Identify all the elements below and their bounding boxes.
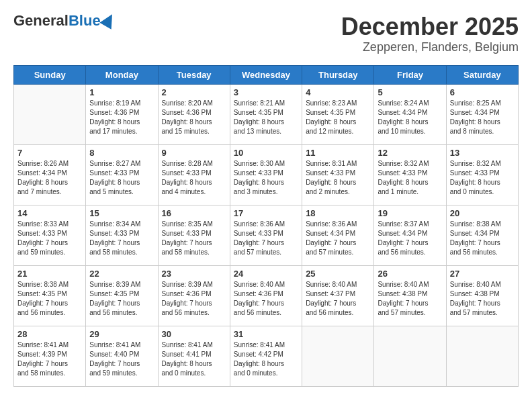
calendar-cell: 20Sunrise: 8:38 AMSunset: 4:34 PMDayligh… <box>446 205 518 265</box>
day-number: 22 <box>89 269 154 279</box>
day-number: 28 <box>17 329 82 339</box>
day-number: 4 <box>306 87 370 97</box>
day-info: Sunrise: 8:33 AMSunset: 4:33 PMDaylight:… <box>17 220 82 257</box>
calendar-week-row: 21Sunrise: 8:38 AMSunset: 4:35 PMDayligh… <box>14 265 519 326</box>
day-number: 5 <box>378 87 442 97</box>
weekday-header-row: SundayMondayTuesdayWednesdayThursdayFrid… <box>14 65 519 84</box>
page-header: GeneralBlue December 2025 Zepperen, Flan… <box>13 13 519 54</box>
weekday-header-thursday: Thursday <box>302 65 374 84</box>
day-number: 30 <box>162 329 226 339</box>
calendar-week-row: 1Sunrise: 8:19 AMSunset: 4:36 PMDaylight… <box>14 84 519 144</box>
day-info: Sunrise: 8:41 AMSunset: 4:42 PMDaylight:… <box>234 340 298 378</box>
day-number: 1 <box>89 87 154 97</box>
calendar-cell: 31Sunrise: 8:41 AMSunset: 4:42 PMDayligh… <box>230 326 302 386</box>
calendar-cell: 5Sunrise: 8:24 AMSunset: 4:34 PMDaylight… <box>374 84 446 144</box>
day-info: Sunrise: 8:28 AMSunset: 4:33 PMDaylight:… <box>162 159 226 197</box>
day-number: 20 <box>450 208 515 218</box>
day-info: Sunrise: 8:38 AMSunset: 4:35 PMDaylight:… <box>17 280 82 318</box>
day-info: Sunrise: 8:31 AMSunset: 4:33 PMDaylight:… <box>306 159 370 197</box>
day-number: 26 <box>378 269 442 279</box>
day-number: 27 <box>450 269 515 279</box>
day-info: Sunrise: 8:32 AMSunset: 4:33 PMDaylight:… <box>378 159 442 197</box>
calendar-cell: 28Sunrise: 8:41 AMSunset: 4:39 PMDayligh… <box>14 326 86 386</box>
calendar-cell: 4Sunrise: 8:23 AMSunset: 4:35 PMDaylight… <box>302 84 374 144</box>
day-info: Sunrise: 8:36 AMSunset: 4:34 PMDaylight:… <box>306 220 370 257</box>
day-info: Sunrise: 8:35 AMSunset: 4:33 PMDaylight:… <box>162 220 226 257</box>
day-info: Sunrise: 8:41 AMSunset: 4:40 PMDaylight:… <box>89 340 154 378</box>
day-info: Sunrise: 8:19 AMSunset: 4:36 PMDaylight:… <box>89 99 154 136</box>
calendar-cell: 7Sunrise: 8:26 AMSunset: 4:34 PMDaylight… <box>14 144 86 205</box>
day-info: Sunrise: 8:39 AMSunset: 4:35 PMDaylight:… <box>89 280 154 318</box>
calendar-cell: 18Sunrise: 8:36 AMSunset: 4:34 PMDayligh… <box>302 205 374 265</box>
weekday-header-saturday: Saturday <box>446 65 518 84</box>
day-number: 10 <box>234 148 298 158</box>
calendar-week-row: 14Sunrise: 8:33 AMSunset: 4:33 PMDayligh… <box>14 205 519 265</box>
logo-text: GeneralBlue <box>13 13 101 28</box>
day-info: Sunrise: 8:26 AMSunset: 4:34 PMDaylight:… <box>17 159 82 197</box>
day-number: 15 <box>89 208 154 218</box>
calendar-week-row: 7Sunrise: 8:26 AMSunset: 4:34 PMDaylight… <box>14 144 519 205</box>
title-block: December 2025 Zepperen, Flanders, Belgiu… <box>341 13 519 54</box>
calendar-subtitle: Zepperen, Flanders, Belgium <box>341 40 519 54</box>
logo: GeneralBlue <box>13 13 116 28</box>
calendar-cell <box>14 84 86 144</box>
weekday-header-sunday: Sunday <box>14 65 86 84</box>
day-number: 19 <box>378 208 442 218</box>
logo-arrow-icon <box>99 11 118 29</box>
weekday-header-friday: Friday <box>374 65 446 84</box>
calendar-cell <box>446 326 518 386</box>
day-number: 8 <box>89 148 154 158</box>
day-number: 12 <box>378 148 442 158</box>
calendar-cell: 24Sunrise: 8:40 AMSunset: 4:36 PMDayligh… <box>230 265 302 326</box>
calendar-cell: 16Sunrise: 8:35 AMSunset: 4:33 PMDayligh… <box>158 205 230 265</box>
day-number: 29 <box>89 329 154 339</box>
calendar-cell: 13Sunrise: 8:32 AMSunset: 4:33 PMDayligh… <box>446 144 518 205</box>
calendar-cell: 8Sunrise: 8:27 AMSunset: 4:33 PMDaylight… <box>86 144 158 205</box>
calendar-cell: 19Sunrise: 8:37 AMSunset: 4:34 PMDayligh… <box>374 205 446 265</box>
day-info: Sunrise: 8:36 AMSunset: 4:33 PMDaylight:… <box>234 220 298 257</box>
day-number: 24 <box>234 269 298 279</box>
weekday-header-wednesday: Wednesday <box>230 65 302 84</box>
day-number: 31 <box>234 329 298 339</box>
day-number: 13 <box>450 148 515 158</box>
calendar-cell: 3Sunrise: 8:21 AMSunset: 4:35 PMDaylight… <box>230 84 302 144</box>
calendar-cell <box>302 326 374 386</box>
day-info: Sunrise: 8:23 AMSunset: 4:35 PMDaylight:… <box>306 99 370 136</box>
day-number: 3 <box>234 87 298 97</box>
calendar-cell: 10Sunrise: 8:30 AMSunset: 4:33 PMDayligh… <box>230 144 302 205</box>
day-info: Sunrise: 8:41 AMSunset: 4:41 PMDaylight:… <box>162 340 226 378</box>
calendar-cell: 15Sunrise: 8:34 AMSunset: 4:33 PMDayligh… <box>86 205 158 265</box>
day-number: 25 <box>306 269 370 279</box>
day-info: Sunrise: 8:34 AMSunset: 4:33 PMDaylight:… <box>89 220 154 257</box>
day-info: Sunrise: 8:32 AMSunset: 4:33 PMDaylight:… <box>450 159 515 197</box>
calendar-cell: 12Sunrise: 8:32 AMSunset: 4:33 PMDayligh… <box>374 144 446 205</box>
calendar-cell: 27Sunrise: 8:40 AMSunset: 4:38 PMDayligh… <box>446 265 518 326</box>
calendar-cell <box>374 326 446 386</box>
calendar-cell: 14Sunrise: 8:33 AMSunset: 4:33 PMDayligh… <box>14 205 86 265</box>
calendar-cell: 11Sunrise: 8:31 AMSunset: 4:33 PMDayligh… <box>302 144 374 205</box>
day-number: 2 <box>162 87 226 97</box>
day-number: 23 <box>162 269 226 279</box>
calendar-cell: 22Sunrise: 8:39 AMSunset: 4:35 PMDayligh… <box>86 265 158 326</box>
calendar-cell: 2Sunrise: 8:20 AMSunset: 4:36 PMDaylight… <box>158 84 230 144</box>
day-info: Sunrise: 8:30 AMSunset: 4:33 PMDaylight:… <box>234 159 298 197</box>
day-info: Sunrise: 8:20 AMSunset: 4:36 PMDaylight:… <box>162 99 226 136</box>
day-info: Sunrise: 8:40 AMSunset: 4:37 PMDaylight:… <box>306 280 370 318</box>
calendar-cell: 26Sunrise: 8:40 AMSunset: 4:38 PMDayligh… <box>374 265 446 326</box>
day-info: Sunrise: 8:40 AMSunset: 4:36 PMDaylight:… <box>234 280 298 318</box>
calendar-cell: 23Sunrise: 8:39 AMSunset: 4:36 PMDayligh… <box>158 265 230 326</box>
day-info: Sunrise: 8:21 AMSunset: 4:35 PMDaylight:… <box>234 99 298 136</box>
day-number: 18 <box>306 208 370 218</box>
day-info: Sunrise: 8:24 AMSunset: 4:34 PMDaylight:… <box>378 99 442 136</box>
calendar-cell: 25Sunrise: 8:40 AMSunset: 4:37 PMDayligh… <box>302 265 374 326</box>
day-info: Sunrise: 8:40 AMSunset: 4:38 PMDaylight:… <box>450 280 515 318</box>
day-info: Sunrise: 8:27 AMSunset: 4:33 PMDaylight:… <box>89 159 154 197</box>
day-info: Sunrise: 8:25 AMSunset: 4:34 PMDaylight:… <box>450 99 515 136</box>
calendar-week-row: 28Sunrise: 8:41 AMSunset: 4:39 PMDayligh… <box>14 326 519 386</box>
calendar-cell: 21Sunrise: 8:38 AMSunset: 4:35 PMDayligh… <box>14 265 86 326</box>
calendar-cell: 29Sunrise: 8:41 AMSunset: 4:40 PMDayligh… <box>86 326 158 386</box>
day-info: Sunrise: 8:40 AMSunset: 4:38 PMDaylight:… <box>378 280 442 318</box>
calendar-table: SundayMondayTuesdayWednesdayThursdayFrid… <box>13 65 519 387</box>
calendar-title: December 2025 <box>341 13 519 40</box>
day-info: Sunrise: 8:41 AMSunset: 4:39 PMDaylight:… <box>17 340 82 378</box>
